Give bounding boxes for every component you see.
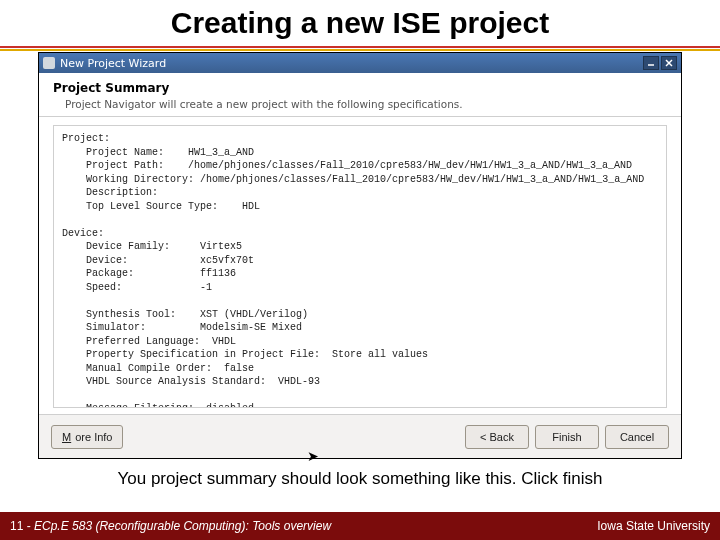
close-button[interactable] xyxy=(661,56,677,70)
footer-left: 11 - ECp.E 583 (Reconfigurable Computing… xyxy=(10,519,331,533)
finish-button[interactable]: Finish xyxy=(535,425,599,449)
wizard-window: New Project Wizard Project Summary Proje… xyxy=(39,53,681,458)
footer-right: Iowa State University xyxy=(597,519,710,533)
app-icon xyxy=(43,57,55,69)
wizard-header: Project Summary Project Navigator will c… xyxy=(39,73,681,117)
window-title: New Project Wizard xyxy=(60,57,166,70)
wizard-header-subtitle: Project Navigator will create a new proj… xyxy=(65,98,667,110)
screenshot-frame: New Project Wizard Project Summary Proje… xyxy=(38,52,682,459)
title-rule xyxy=(0,46,720,51)
minimize-button[interactable] xyxy=(643,56,659,70)
wizard-header-title: Project Summary xyxy=(53,81,667,95)
wizard-footer: More Info < Back Finish Cancel xyxy=(39,414,681,458)
cancel-button[interactable]: Cancel xyxy=(605,425,669,449)
slide-title: Creating a new ISE project xyxy=(0,0,720,40)
project-summary-text: Project: Project Name: HW1_3_a_AND Proje… xyxy=(53,125,667,408)
window-titlebar: New Project Wizard xyxy=(39,53,681,73)
back-button[interactable]: < Back xyxy=(465,425,529,449)
slide-footer: 11 - ECp.E 583 (Reconfigurable Computing… xyxy=(0,512,720,540)
slide-caption: You project summary should look somethin… xyxy=(0,469,720,489)
wizard-body: Project: Project Name: HW1_3_a_AND Proje… xyxy=(39,117,681,414)
more-info-button[interactable]: More Info xyxy=(51,425,123,449)
